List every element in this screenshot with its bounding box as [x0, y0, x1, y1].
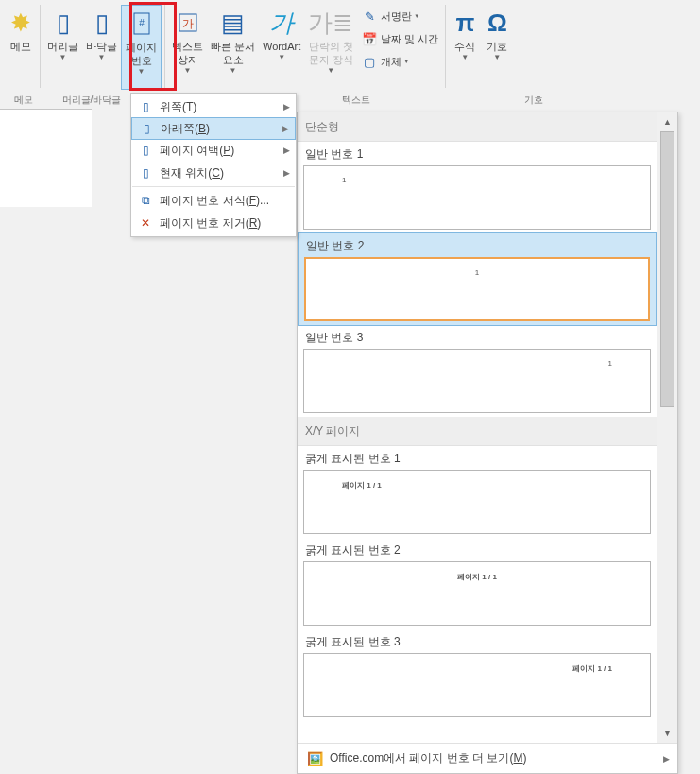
- wordart-button[interactable]: 가 WordArt ▼: [259, 5, 304, 90]
- memo-icon: ✸: [10, 7, 31, 39]
- quick-parts-button[interactable]: ▤ 빠른 문서 요소 ▼: [207, 5, 259, 90]
- svg-text:가: 가: [182, 17, 194, 30]
- textbox-button[interactable]: 가 텍스트 상자 ▼: [168, 5, 207, 90]
- page-icon: ▯: [137, 166, 154, 180]
- gallery-item-plain-1[interactable]: 일반 번호 1 1: [298, 142, 657, 233]
- preview: 1: [303, 165, 651, 230]
- document-area: [0, 109, 92, 207]
- menu-item-margin[interactable]: ▯ 페이지 여백(P) ▶: [131, 139, 296, 162]
- page-number-menu: ▯ 위쪽(T) ▶ ▯ 아래쪽(B) ▶ ▯ 페이지 여백(P) ▶ ▯ 현재 …: [130, 93, 297, 237]
- gallery-item-bold-2[interactable]: 굵게 표시된 번호 2 페이지 1 / 1: [298, 538, 657, 629]
- menu-separator: [132, 186, 295, 187]
- group-label-text: 텍스트: [333, 94, 380, 107]
- submenu-arrow-icon: ▶: [663, 754, 670, 764]
- page-number-icon: #: [132, 8, 151, 40]
- group-label-sym: 기호: [510, 94, 557, 107]
- drop-cap-icon: 가≣: [308, 7, 353, 39]
- menu-item-top[interactable]: ▯ 위쪽(T) ▶: [131, 95, 296, 118]
- page-icon: ▯: [137, 144, 154, 157]
- signature-icon: ✎: [361, 9, 378, 24]
- menu-item-format[interactable]: ⧉ 페이지 번호 서식(F)...: [131, 189, 296, 212]
- submenu-arrow-icon: ▶: [282, 124, 289, 133]
- gallery-section-header: X/Y 페이지: [298, 417, 657, 446]
- gallery-item-title: 굵게 표시된 번호 3: [303, 634, 651, 653]
- drop-cap-button: 가≣ 단락의 첫 문자 장식 ▼: [304, 5, 357, 90]
- equation-button[interactable]: π 수식 ▼: [449, 5, 481, 90]
- submenu-arrow-icon: ▶: [283, 146, 290, 155]
- object-button[interactable]: ▢ 개체 ▼: [361, 52, 438, 71]
- preview: 1: [304, 257, 650, 321]
- footer-button[interactable]: ▯ 바닥글 ▼: [82, 5, 121, 90]
- gallery-footer-more[interactable]: 🖼️ Office.com에서 페이지 번호 더 보기(M) ▶: [298, 743, 677, 773]
- menu-label: 현재 위치(C): [160, 165, 224, 181]
- preview: 1: [303, 349, 651, 413]
- preview-number: 페이지 1 / 1: [457, 572, 497, 582]
- scroll-up-icon[interactable]: ▲: [657, 112, 677, 131]
- gallery-item-bold-3[interactable]: 굵게 표시된 번호 3 페이지 1 / 1: [298, 629, 657, 721]
- submenu-arrow-icon: ▶: [283, 102, 290, 112]
- omega-icon: Ω: [487, 7, 507, 39]
- preview: 페이지 1 / 1: [303, 470, 651, 534]
- gallery-item-title: 굵게 표시된 번호 2: [303, 542, 651, 561]
- gallery-item-title: 일반 번호 2: [304, 238, 650, 257]
- menu-label: 위쪽(T): [160, 99, 196, 115]
- scroll-down-icon[interactable]: ▼: [657, 724, 677, 743]
- page-number-button[interactable]: # 페이지 번호 ▼: [121, 5, 162, 90]
- object-label: 개체: [381, 55, 401, 69]
- scroll-thumb[interactable]: [660, 131, 674, 407]
- group-label-hf: 머리글/바닥글: [49, 94, 134, 107]
- header-button[interactable]: ▯ 머리글 ▼: [43, 5, 82, 90]
- object-icon: ▢: [361, 55, 378, 69]
- scrollbar[interactable]: ▲ ▼: [657, 112, 677, 743]
- preview-number: 1: [475, 268, 479, 277]
- gallery-item-plain-2[interactable]: 일반 번호 2 1: [298, 232, 657, 326]
- page-number-gallery: 단순형 일반 번호 1 1 일반 번호 2 1 일반 번호 3 1 X/Y 페이…: [297, 112, 678, 774]
- menu-item-current[interactable]: ▯ 현재 위치(C) ▶: [131, 162, 296, 184]
- calendar-icon: 📅: [361, 32, 378, 46]
- memo-button[interactable]: ✸ 메모: [5, 5, 37, 90]
- gallery-item-bold-1[interactable]: 굵게 표시된 번호 1 페이지 1 / 1: [298, 446, 657, 538]
- preview-number: 1: [342, 176, 346, 184]
- gallery-item-title: 일반 번호 3: [303, 330, 651, 349]
- format-icon: ⧉: [137, 194, 154, 207]
- menu-label: 페이지 번호 서식(F)...: [160, 193, 269, 209]
- gallery-section-header: 단순형: [298, 112, 657, 142]
- gallery-item-title: 일반 번호 1: [303, 146, 651, 165]
- menu-label: 페이지 번호 제거(R): [160, 215, 261, 232]
- wordart-icon: 가: [269, 7, 294, 39]
- ribbon: ✸ 메모 ▯ 머리글 ▼ ▯ 바닥글 ▼ # 페이지 번호 ▼ 가 텍스트 상자…: [0, 0, 700, 109]
- gallery-body: 단순형 일반 번호 1 1 일반 번호 2 1 일반 번호 3 1 X/Y 페이…: [298, 112, 657, 743]
- quick-parts-icon: ▤: [221, 7, 245, 39]
- gallery-item-plain-3[interactable]: 일반 번호 3 1: [298, 325, 657, 417]
- preview: 페이지 1 / 1: [303, 561, 651, 626]
- date-time-button[interactable]: 📅 날짜 및 시간: [361, 29, 438, 48]
- page-icon: ▯: [137, 100, 154, 113]
- menu-label: 아래쪽(B): [161, 121, 210, 137]
- svg-text:#: #: [139, 18, 145, 28]
- separator: [40, 5, 41, 88]
- textbox-icon: 가: [178, 7, 198, 39]
- menu-item-bottom[interactable]: ▯ 아래쪽(B) ▶: [131, 117, 296, 140]
- preview-number: 페이지 1 / 1: [572, 663, 612, 674]
- submenu-arrow-icon: ▶: [283, 168, 290, 178]
- symbol-button[interactable]: Ω 기호 ▼: [481, 5, 513, 90]
- separator: [164, 5, 165, 88]
- page-icon: ▯: [57, 7, 70, 39]
- page-icon: ▯: [138, 122, 155, 135]
- text-small-group: ✎ 서명란 ▼ 📅 날짜 및 시간 ▢ 개체 ▼: [357, 5, 442, 73]
- signature-label: 서명란: [381, 9, 412, 24]
- office-icon: 🖼️: [305, 751, 324, 766]
- gallery-footer-label: Office.com에서 페이지 번호 더 보기(M): [330, 750, 526, 766]
- separator: [445, 5, 446, 88]
- menu-label: 페이지 여백(P): [160, 143, 234, 159]
- preview: 페이지 1 / 1: [303, 653, 651, 717]
- date-time-label: 날짜 및 시간: [381, 32, 438, 46]
- signature-button[interactable]: ✎ 서명란 ▼: [361, 7, 438, 26]
- pi-icon: π: [455, 7, 474, 39]
- menu-item-remove[interactable]: ✕ 페이지 번호 제거(R): [131, 212, 296, 234]
- group-label-memo: 메모: [9, 94, 38, 107]
- page-icon: ▯: [95, 7, 109, 39]
- remove-icon: ✕: [137, 216, 154, 230]
- preview-number: 1: [608, 359, 612, 368]
- preview-number: 페이지 1 / 1: [342, 480, 382, 490]
